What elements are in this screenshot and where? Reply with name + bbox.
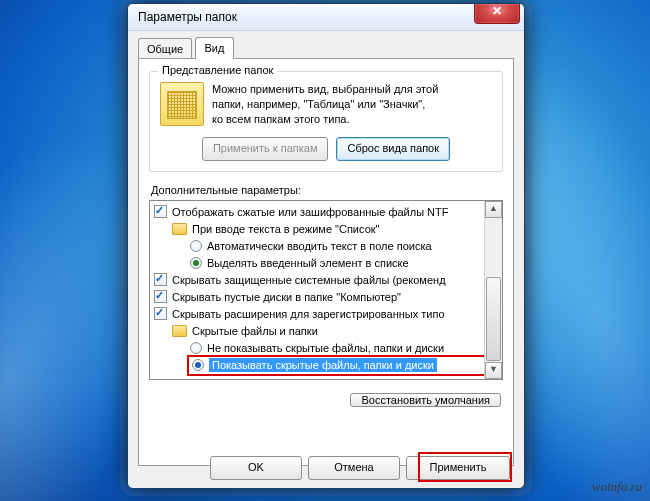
tree-scrollbar[interactable]: ▲ ▼ (484, 201, 502, 379)
tree-row[interactable]: Автоматически вводить текст в поле поиск… (154, 237, 502, 254)
reset-folders-button[interactable]: Сброс вида папок (336, 137, 450, 161)
tree-row[interactable]: Скрывать расширения для зарегистрированн… (154, 305, 502, 322)
tree-label: Скрывать защищенные системные файлы (рек… (172, 274, 446, 286)
tab-view[interactable]: Вид (195, 37, 235, 59)
tree-label: Автоматически вводить текст в поле поиск… (207, 240, 432, 252)
radio-icon[interactable] (190, 240, 202, 252)
tree-label: Не показывать скрытые файлы, папки и дис… (207, 342, 444, 354)
advanced-settings-label: Дополнительные параметры: (151, 184, 503, 196)
folder-views-group: Представление папок Можно применить вид,… (149, 71, 503, 172)
tree-row[interactable]: Не показывать скрытые файлы, папки и дис… (154, 339, 502, 356)
dialog-body: Общие Вид Представление папок Можно прим… (128, 31, 524, 474)
radio-icon[interactable] (192, 359, 204, 371)
tree-label: При вводе текста в режиме "Список" (192, 223, 379, 235)
restore-defaults-button[interactable]: Восстановить умолчания (350, 393, 501, 407)
titlebar[interactable]: Параметры папок ✕ (128, 4, 524, 31)
group-desc-line: папки, например, "Таблица" или "Значки", (212, 97, 438, 112)
checkbox-icon[interactable] (154, 205, 167, 218)
window-title: Параметры папок (138, 10, 237, 24)
tree-label: Скрывать пустые диски в папке "Компьютер… (172, 291, 401, 303)
scroll-thumb[interactable] (486, 277, 501, 361)
tab-panel-view: Представление папок Можно применить вид,… (138, 58, 514, 466)
tree-row[interactable]: При вводе текста в режиме "Список" (154, 220, 502, 237)
tree-label: Отображать сжатые или зашифрованные файл… (172, 206, 448, 218)
folder-icon (172, 223, 187, 235)
tree-row[interactable]: Выделять введенный элемент в списке (154, 254, 502, 271)
tree-row[interactable]: Скрывать пустые диски в папке "Компьютер… (154, 288, 502, 305)
group-desc: Можно применить вид, выбранный для этой … (212, 82, 438, 127)
scroll-up-icon[interactable]: ▲ (485, 201, 502, 218)
cancel-button[interactable]: Отмена (308, 456, 400, 480)
desktop-wallpaper: Параметры папок ✕ Общие Вид Представлени… (0, 0, 650, 501)
folder-icon (172, 325, 187, 337)
apply-to-folders-button: Применить к папкам (202, 137, 329, 161)
tree-row[interactable]: Отображать сжатые или зашифрованные файл… (154, 203, 502, 220)
tree-row[interactable]: Скрывать защищенные системные файлы (рек… (154, 271, 502, 288)
radio-icon[interactable] (190, 342, 202, 354)
tab-general[interactable]: Общие (138, 38, 192, 59)
tree-row[interactable]: Скрытые файлы и папки (154, 322, 502, 339)
apply-button[interactable]: Применить (406, 456, 510, 480)
scroll-down-icon[interactable]: ▼ (485, 362, 502, 379)
group-title: Представление папок (158, 64, 277, 76)
tab-strip: Общие Вид (138, 37, 514, 58)
ok-button[interactable]: OK (210, 456, 302, 480)
tree-label: Скрывать расширения для зарегистрированн… (172, 308, 445, 320)
checkbox-icon[interactable] (154, 273, 167, 286)
tree-label: Скрытые файлы и папки (192, 325, 318, 337)
dialog-button-row: OK Отмена Применить (210, 456, 510, 480)
checkbox-icon[interactable] (154, 290, 167, 303)
watermark-text: woinfo.ru (592, 479, 642, 495)
group-desc-line: Можно применить вид, выбранный для этой (212, 82, 438, 97)
folder-options-dialog: Параметры папок ✕ Общие Вид Представлени… (127, 3, 525, 489)
tree-label: Показывать скрытые файлы, папки и диски (209, 358, 437, 372)
close-icon: ✕ (492, 4, 502, 18)
checkbox-icon[interactable] (154, 307, 167, 320)
tree-row-selected[interactable]: Показывать скрытые файлы, папки и диски (190, 357, 502, 374)
close-button[interactable]: ✕ (474, 4, 520, 24)
folder-views-icon (160, 82, 204, 126)
group-desc-line: ко всем папкам этого типа. (212, 112, 438, 127)
radio-icon[interactable] (190, 257, 202, 269)
advanced-settings-tree[interactable]: Отображать сжатые или зашифрованные файл… (149, 200, 503, 380)
tree-label: Выделять введенный элемент в списке (207, 257, 409, 269)
